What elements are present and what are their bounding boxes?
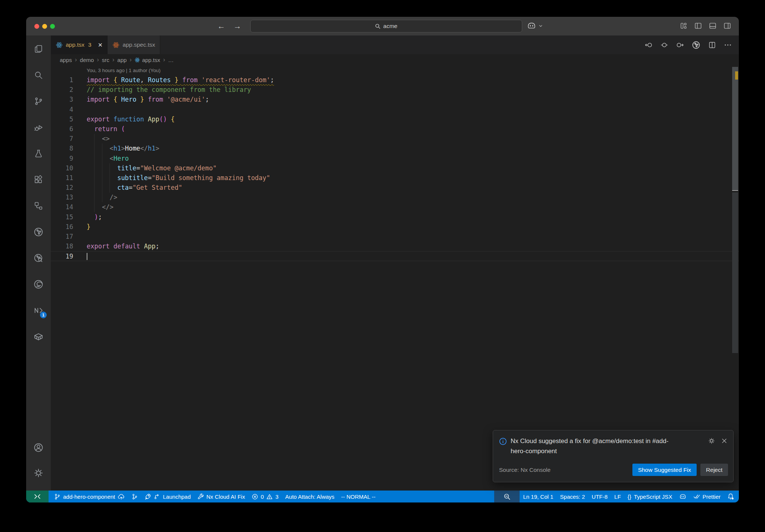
sidebar-item-containers[interactable] xyxy=(30,328,47,345)
editor-scrollbar[interactable] xyxy=(731,65,739,491)
gear-icon[interactable] xyxy=(708,437,715,445)
breadcrumb-item[interactable]: demo xyxy=(80,57,94,63)
line-number[interactable]: 18 xyxy=(51,241,73,251)
line-number[interactable]: 17 xyxy=(51,232,73,241)
line-number[interactable]: 7 xyxy=(51,134,73,143)
code-line-17[interactable]: 17 xyxy=(51,232,739,241)
sidebar-item-type-hierarchy[interactable] xyxy=(30,197,47,214)
line-content[interactable]: <> xyxy=(73,134,109,143)
breadcrumb-item[interactable]: … xyxy=(168,57,174,63)
code-editor[interactable]: 1import { Route, Routes } from 'react-ro… xyxy=(51,75,739,261)
close-icon[interactable] xyxy=(721,437,728,445)
code-line-12[interactable]: 12 cta="Get Started" xyxy=(51,183,739,192)
line-content[interactable]: // importing the component from the libr… xyxy=(73,85,251,95)
close-tab-icon[interactable]: × xyxy=(98,41,103,49)
gitlens-graph-icon[interactable] xyxy=(691,40,701,50)
nx-cloud-ai-fix-button[interactable]: Nx Cloud AI Fix xyxy=(194,491,248,502)
line-content[interactable]: } xyxy=(73,222,90,232)
language-mode-status[interactable]: {} TypeScript JSX xyxy=(624,491,676,502)
indentation-status[interactable]: Spaces: 2 xyxy=(557,491,588,502)
breadcrumb-item[interactable]: apps xyxy=(60,57,72,63)
code-line-2[interactable]: 2// importing the component from the lib… xyxy=(51,85,739,95)
line-number[interactable]: 3 xyxy=(51,95,73,104)
line-content[interactable]: subtitle="Build something amazing today" xyxy=(73,173,270,183)
show-suggested-fix-button[interactable]: Show Suggested Fix xyxy=(632,464,697,476)
code-line-1[interactable]: 1import { Route, Routes } from 'react-ro… xyxy=(51,75,739,85)
encoding-status[interactable]: UTF-8 xyxy=(588,491,611,502)
code-line-9[interactable]: 9 <Hero xyxy=(51,154,739,163)
line-number[interactable]: 6 xyxy=(51,124,73,134)
line-content[interactable]: export function App() { xyxy=(73,114,175,124)
git-branch-status[interactable]: add-hero-component xyxy=(51,491,128,502)
code-line-15[interactable]: 15 ); xyxy=(51,212,739,222)
settings-button[interactable] xyxy=(30,464,47,482)
breadcrumb-item[interactable]: src xyxy=(102,57,109,63)
toggle-secondary-sidebar-icon[interactable] xyxy=(723,22,731,30)
sidebar-item-search[interactable] xyxy=(30,66,47,84)
code-line-5[interactable]: 5export function App() { xyxy=(51,114,739,124)
line-number[interactable]: 10 xyxy=(51,163,73,173)
line-number[interactable]: 15 xyxy=(51,212,73,222)
line-content[interactable]: import { Route, Routes } from 'react-rou… xyxy=(73,75,274,85)
sidebar-item-nx-console[interactable]: 1 xyxy=(30,302,47,319)
line-content[interactable]: export default App; xyxy=(73,241,159,251)
minimize-window-button[interactable] xyxy=(42,24,47,29)
command-center-search[interactable]: acme xyxy=(250,20,522,33)
code-line-10[interactable]: 10 title="Welcmoe @acme/demo" xyxy=(51,163,739,173)
code-line-7[interactable]: 7 <> xyxy=(51,134,739,143)
source-control-graph-button[interactable] xyxy=(128,491,141,502)
close-window-button[interactable] xyxy=(34,24,39,29)
sidebar-item-gitlens-inspect[interactable] xyxy=(30,250,47,267)
toggle-primary-sidebar-icon[interactable] xyxy=(694,22,702,30)
sidebar-item-explorer[interactable] xyxy=(30,40,47,58)
problems-status[interactable]: 0 3 xyxy=(248,491,282,502)
code-line-19[interactable]: 19 xyxy=(51,251,739,261)
code-line-16[interactable]: 16} xyxy=(51,222,739,232)
remote-indicator[interactable] xyxy=(26,491,49,502)
prettier-status[interactable]: Prettier xyxy=(690,491,724,502)
gitlens-launchpad[interactable]: Launchpad xyxy=(141,491,194,502)
code-line-13[interactable]: 13 /> xyxy=(51,192,739,202)
code-line-4[interactable]: 4 xyxy=(51,105,739,114)
zoom-status-button[interactable] xyxy=(494,491,520,502)
line-content[interactable]: import { Hero } from '@acme/ui'; xyxy=(73,95,209,104)
split-editor-icon[interactable] xyxy=(708,41,716,49)
breadcrumb-item-file[interactable]: app.tsx xyxy=(134,57,160,63)
open-changes-previous-icon[interactable] xyxy=(644,41,653,49)
line-content[interactable]: ); xyxy=(73,212,102,222)
auto-attach-status[interactable]: Auto Attach: Always xyxy=(282,491,338,502)
open-changes-next-icon[interactable] xyxy=(676,41,684,49)
gitlens-blame-annotation[interactable]: You, 3 hours ago | 1 author (You) xyxy=(51,65,739,75)
code-line-3[interactable]: 3import { Hero } from '@acme/ui'; xyxy=(51,95,739,104)
line-content[interactable] xyxy=(73,232,87,241)
line-number[interactable]: 16 xyxy=(51,222,73,232)
tab-app-spec-tsx[interactable]: app.spec.tsx xyxy=(107,35,160,54)
copilot-menu-button[interactable] xyxy=(527,21,543,31)
notifications-bell-button[interactable] xyxy=(724,491,739,502)
cursor-position-status[interactable]: Ln 19, Col 1 xyxy=(520,491,557,502)
forward-arrow-icon[interactable]: → xyxy=(233,22,241,31)
tab-app-tsx[interactable]: app.tsx 3 × xyxy=(51,35,107,54)
line-number[interactable]: 2 xyxy=(51,85,73,95)
line-number[interactable]: 11 xyxy=(51,173,73,183)
line-content[interactable]: /> xyxy=(73,192,117,202)
sidebar-item-testing[interactable] xyxy=(30,145,47,162)
line-number[interactable]: 8 xyxy=(51,143,73,153)
line-number[interactable]: 19 xyxy=(51,251,73,260)
code-line-14[interactable]: 14 </> xyxy=(51,202,739,212)
open-changes-icon[interactable] xyxy=(660,41,669,49)
line-number[interactable]: 12 xyxy=(51,183,73,192)
back-arrow-icon[interactable]: ← xyxy=(217,22,225,31)
line-content[interactable]: <h1>Home</h1> xyxy=(73,143,159,153)
customize-layout-icon[interactable] xyxy=(679,22,688,30)
accounts-button[interactable] xyxy=(30,439,47,456)
sidebar-item-run-debug[interactable] xyxy=(30,119,47,136)
sidebar-item-gitlens[interactable] xyxy=(30,223,47,241)
sidebar-item-source-control[interactable] xyxy=(30,93,47,110)
line-number[interactable]: 13 xyxy=(51,192,73,202)
code-line-8[interactable]: 8 <h1>Home</h1> xyxy=(51,143,739,153)
code-line-18[interactable]: 18export default App; xyxy=(51,241,739,251)
line-number[interactable]: 5 xyxy=(51,114,73,124)
line-content[interactable]: <Hero xyxy=(73,154,129,163)
vim-mode-indicator[interactable]: -- NORMAL -- xyxy=(338,491,379,502)
